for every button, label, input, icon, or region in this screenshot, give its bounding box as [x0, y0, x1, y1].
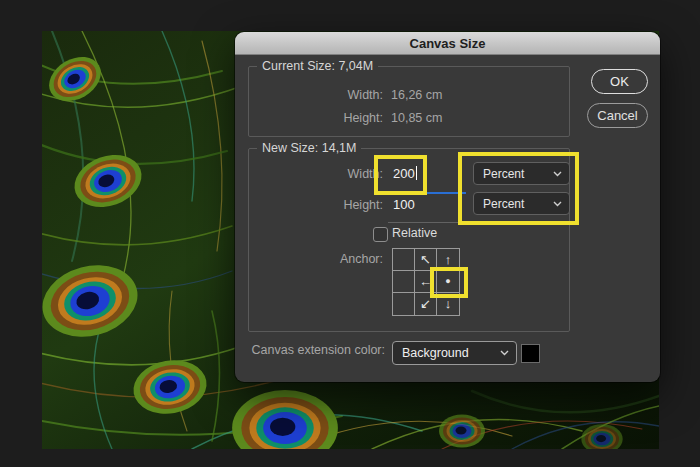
- relative-checkbox[interactable]: [373, 227, 388, 242]
- width-unit-select[interactable]: Percent: [473, 162, 570, 185]
- anchor-label: Anchor:: [340, 252, 383, 266]
- dialog-title: Canvas Size: [410, 36, 486, 51]
- photoshop-workspace: Canvas Size OK Cancel Current Size: 7,04…: [0, 0, 700, 467]
- height-input-value: 100: [393, 197, 415, 212]
- new-size-legend: New Size: 14,1M: [257, 140, 361, 156]
- height-input[interactable]: 100: [393, 195, 415, 213]
- current-height-label: Height:: [343, 111, 383, 125]
- dialog-titlebar[interactable]: Canvas Size: [235, 32, 660, 55]
- anchor-cell-bottom-right[interactable]: ↓: [437, 293, 459, 315]
- height-unit-select[interactable]: Percent: [473, 192, 570, 215]
- current-width-value: 16,26 cm: [391, 88, 442, 102]
- cancel-button[interactable]: Cancel: [587, 103, 648, 128]
- anchor-cell-top-right[interactable]: ↑: [437, 249, 459, 271]
- chevron-down-icon: [553, 201, 562, 207]
- canvas-extension-color-value: Background: [393, 346, 500, 360]
- width-input[interactable]: 200: [393, 164, 417, 182]
- width-unit-value: Percent: [474, 167, 553, 181]
- canvas-extension-color-label: Canvas extension color:: [252, 343, 385, 357]
- new-width-label: Width:: [348, 167, 383, 181]
- anchor-cell-top-center[interactable]: ↖: [415, 249, 437, 271]
- canvas-extension-color-select[interactable]: Background: [392, 341, 517, 365]
- anchor-cell-top-left[interactable]: [393, 249, 415, 271]
- text-caret: [416, 166, 417, 180]
- anchor-cell-middle-center[interactable]: ←: [415, 271, 437, 293]
- ok-button[interactable]: OK: [591, 69, 648, 94]
- height-underline: [388, 222, 466, 223]
- canvas-size-dialog: Canvas Size OK Cancel Current Size: 7,04…: [235, 32, 660, 382]
- current-size-legend: Current Size: 7,04M: [257, 58, 378, 74]
- new-height-label: Height:: [343, 198, 383, 212]
- anchor-cell-bottom-left[interactable]: [393, 293, 415, 315]
- relative-label: Relative: [392, 226, 437, 240]
- height-unit-value: Percent: [474, 197, 553, 211]
- chevron-down-icon: [500, 350, 509, 356]
- anchor-cell-middle-right-selected[interactable]: ●: [437, 271, 459, 293]
- chevron-down-icon: [553, 171, 562, 177]
- current-width-label: Width:: [348, 88, 383, 102]
- current-height-value: 10,85 cm: [391, 111, 442, 125]
- anchor-cell-middle-left[interactable]: [393, 271, 415, 293]
- width-focus-underline: [388, 192, 466, 194]
- extension-color-swatch[interactable]: [521, 344, 540, 363]
- anchor-cell-bottom-center[interactable]: ↙: [415, 293, 437, 315]
- anchor-grid: ↖ ↑ ← ● ↙ ↓: [392, 248, 460, 316]
- width-input-value: 200: [393, 166, 415, 181]
